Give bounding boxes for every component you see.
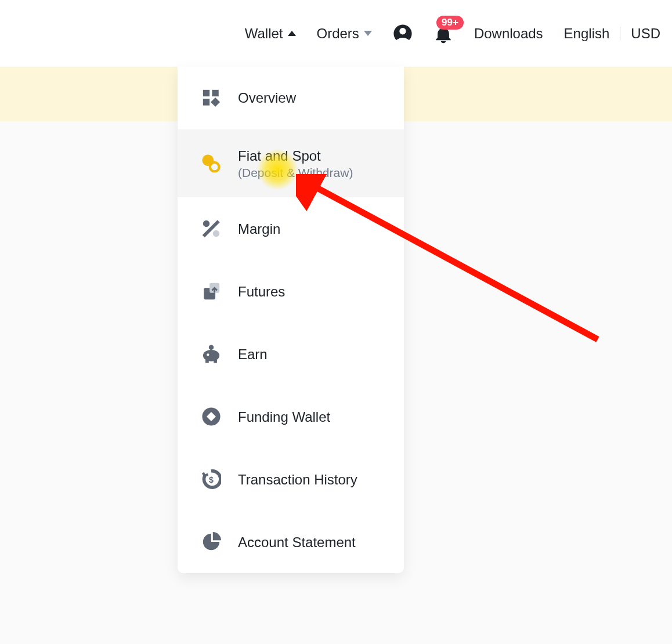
caret-up-icon [288, 31, 296, 36]
notification-badge: 99+ [436, 16, 464, 30]
svg-point-19 [207, 353, 209, 356]
currency-selector[interactable]: USD [631, 26, 660, 42]
dropdown-item-fiat-and-spot[interactable]: Fiat and Spot (Deposit & Withdraw) [178, 129, 404, 197]
dropdown-item-transaction-history[interactable]: $ Transaction History [178, 448, 404, 511]
svg-rect-2 [203, 90, 209, 96]
svg-text:$: $ [209, 475, 214, 484]
orders-nav-label: Orders [317, 26, 359, 42]
wallet-dropdown: Overview Fiat and Spot (Deposit & Withdr… [178, 67, 404, 573]
orders-nav[interactable]: Orders [317, 26, 372, 42]
dropdown-item-sublabel: (Deposit & Withdraw) [238, 166, 353, 180]
svg-point-10 [213, 230, 219, 237]
divider [620, 27, 620, 41]
language-selector[interactable]: English [564, 26, 610, 42]
exchange-icon [201, 153, 222, 174]
user-menu[interactable] [393, 24, 413, 44]
dropdown-item-margin[interactable]: Margin [178, 197, 404, 260]
history-icon: $ [201, 469, 222, 490]
dropdown-item-funding-wallet[interactable]: Funding Wallet [178, 385, 404, 448]
svg-rect-5 [211, 97, 220, 107]
dropdown-item-label: Overview [238, 89, 296, 107]
svg-point-1 [399, 28, 406, 34]
diamond-icon [201, 406, 222, 427]
dropdown-item-label: Account Statement [238, 533, 356, 551]
dropdown-item-label: Fiat and Spot [238, 147, 353, 165]
dropdown-item-label: Transaction History [238, 471, 357, 489]
dropdown-item-label: Earn [238, 345, 268, 363]
svg-rect-4 [203, 99, 209, 105]
top-navbar: Wallet Orders 99+ Downloads English US [0, 0, 672, 67]
wallet-nav[interactable]: Wallet [245, 26, 296, 42]
pie-icon [201, 531, 222, 552]
percent-icon [201, 218, 222, 239]
piggy-icon [201, 343, 222, 364]
dropdown-item-label: Futures [238, 283, 285, 301]
caret-down-icon [364, 31, 372, 36]
downloads-link[interactable]: Downloads [474, 26, 543, 42]
grid-icon [201, 88, 222, 108]
dropdown-item-account-statement[interactable]: Account Statement [178, 511, 404, 573]
svg-point-8 [211, 164, 218, 170]
wallet-nav-label: Wallet [245, 26, 283, 42]
svg-rect-16 [211, 349, 212, 353]
futures-icon [201, 281, 222, 302]
svg-point-9 [203, 220, 209, 227]
dropdown-item-overview[interactable]: Overview [178, 67, 404, 129]
dropdown-item-label: Margin [238, 220, 280, 238]
svg-rect-3 [212, 90, 218, 96]
dropdown-item-label: Funding Wallet [238, 408, 330, 426]
svg-rect-17 [205, 360, 209, 363]
svg-rect-18 [214, 360, 217, 363]
dropdown-item-earn[interactable]: Earn [178, 323, 404, 385]
user-icon [393, 24, 413, 44]
dropdown-item-futures[interactable]: Futures [178, 260, 404, 323]
notifications-button[interactable]: 99+ [433, 24, 453, 44]
